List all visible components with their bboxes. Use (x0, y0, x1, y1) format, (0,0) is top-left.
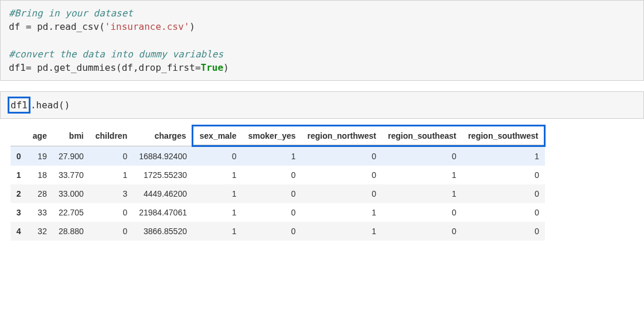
cell-value: 22.705 (53, 203, 90, 222)
cell-value: 0 (462, 184, 545, 203)
cell-value: 1 (302, 203, 382, 222)
code-text: .head() (30, 100, 70, 111)
comment-line: #Bring in your dataset (9, 8, 133, 19)
cell-value: 0 (90, 203, 133, 222)
code-text: df1= pd.get_dummies(df,drop_first= (9, 62, 201, 73)
table-row[interactable]: 43228.88003866.8552010100 (11, 222, 545, 241)
code-text: ) (189, 21, 195, 32)
highlight-box-df1: df1 (8, 97, 30, 114)
row-index: 0 (11, 146, 27, 166)
cell-value: 33.770 (53, 166, 90, 184)
column-header: region_southwest (462, 126, 545, 146)
comment-line: #convert the data into dummy variables (9, 49, 223, 60)
column-header: region_northwest (302, 126, 382, 146)
cell-value: 1 (382, 184, 462, 203)
cell-value: 0 (193, 146, 243, 166)
code-text: df = pd.read_csv( (9, 21, 105, 32)
table-row[interactable]: 22833.00034449.4620010010 (11, 184, 545, 203)
cell-value: 32 (27, 222, 53, 241)
table-row[interactable]: 33322.705021984.4706110100 (11, 203, 545, 222)
row-index: 2 (11, 184, 27, 203)
row-index: 4 (11, 222, 27, 241)
column-header: region_southeast (382, 126, 462, 146)
cell-value: 1 (193, 184, 243, 203)
cell-value: 1725.55230 (133, 166, 193, 184)
cell-value: 1 (90, 166, 133, 184)
cell-value: 1 (462, 146, 545, 166)
keyword-bool: True (201, 62, 224, 73)
code-text: ) (223, 62, 229, 73)
cell-value: 28.880 (53, 222, 90, 241)
cell-value: 1 (193, 222, 243, 241)
table-body: 01927.900016884.924000100111833.77011725… (11, 146, 545, 241)
cell-value: 1 (382, 166, 462, 184)
cell-value: 4449.46200 (133, 184, 193, 203)
cell-value: 0 (382, 146, 462, 166)
cell-value: 3 (90, 184, 133, 203)
table-row[interactable]: 11833.77011725.5523010010 (11, 166, 545, 184)
cell-value: 1 (193, 166, 243, 184)
cell-value: 0 (302, 146, 382, 166)
cell-value: 0 (243, 166, 302, 184)
code-block-2[interactable]: df1.head() (9, 97, 635, 114)
column-header: charges (133, 126, 193, 146)
cell-value: 21984.47061 (133, 203, 193, 222)
cell-value: 0 (90, 222, 133, 241)
output-area: agebmichildrenchargessex_malesmoker_yesr… (0, 119, 644, 243)
cell-value: 19 (27, 146, 53, 166)
table-header: agebmichildrenchargessex_malesmoker_yesr… (11, 126, 545, 146)
string-literal: 'insurance.csv' (105, 21, 190, 32)
column-header: bmi (53, 126, 90, 146)
cell-value: 33.000 (53, 184, 90, 203)
cell-value: 1 (302, 222, 382, 241)
cell-value: 0 (302, 184, 382, 203)
code-cell-1[interactable]: #Bring in your dataset df = pd.read_csv(… (0, 0, 644, 81)
cell-value: 0 (243, 203, 302, 222)
cell-value: 28 (27, 184, 53, 203)
table-row[interactable]: 01927.900016884.9240001001 (11, 146, 545, 166)
row-index: 3 (11, 203, 27, 222)
cell-value: 0 (90, 146, 133, 166)
cell-value: 3866.85520 (133, 222, 193, 241)
table-corner (11, 126, 27, 146)
code-text: df1 (11, 100, 28, 111)
column-header: age (27, 126, 53, 146)
cell-value: 0 (243, 184, 302, 203)
cell-value: 0 (382, 203, 462, 222)
code-cell-2[interactable]: df1.head() (0, 91, 644, 119)
cell-value: 1 (243, 146, 302, 166)
cell-value: 27.900 (53, 146, 90, 166)
cell-value: 0 (243, 222, 302, 241)
cell-value: 0 (382, 222, 462, 241)
column-header: children (90, 126, 133, 146)
cell-value: 1 (193, 203, 243, 222)
cell-value: 0 (462, 166, 545, 184)
column-header: sex_male (193, 126, 243, 146)
cell-value: 0 (462, 222, 545, 241)
cell-value: 33 (27, 203, 53, 222)
code-block-1[interactable]: #Bring in your dataset df = pd.read_csv(… (9, 6, 635, 74)
cell-value: 0 (302, 166, 382, 184)
cell-value: 18 (27, 166, 53, 184)
cell-value: 0 (462, 203, 545, 222)
cell-value: 16884.92400 (133, 146, 193, 166)
column-header: smoker_yes (243, 126, 302, 146)
row-index: 1 (11, 166, 27, 184)
dataframe-table: agebmichildrenchargessex_malesmoker_yesr… (11, 125, 546, 241)
